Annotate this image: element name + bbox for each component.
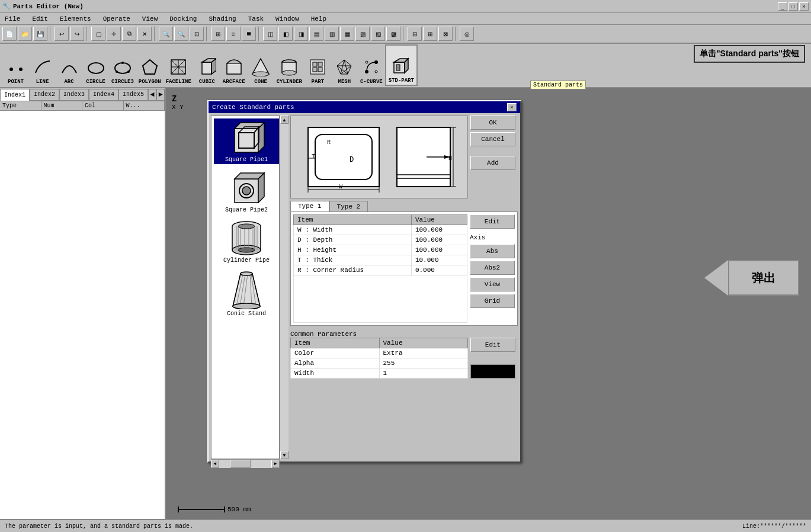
tb-btn-5[interactable]: ◧ (278, 27, 293, 41)
tb-btn-11[interactable]: ▨ (371, 27, 385, 41)
menu-help[interactable]: Help (309, 15, 329, 23)
square-pipe1-icon (226, 120, 267, 155)
tb-btn-10[interactable]: ▧ (355, 27, 370, 41)
shape-polygon[interactable]: POLYGON (136, 44, 164, 86)
grid-button[interactable]: Grid (470, 294, 515, 308)
tb-btn-4[interactable]: ◫ (263, 27, 277, 41)
tab-next[interactable]: ► (156, 89, 165, 101)
menu-operate[interactable]: Operate (101, 15, 133, 23)
color-swatch-container (470, 364, 518, 379)
tb-btn-7[interactable]: ▤ (309, 27, 323, 41)
list-item-square-pipe1[interactable]: Square Pipe1 (214, 118, 279, 164)
move-button[interactable]: ✛ (107, 27, 121, 41)
zoom-in-button[interactable]: 🔍 (159, 27, 173, 41)
dialog-close-button[interactable]: × (507, 103, 517, 111)
tab-type1[interactable]: Type 1 (290, 201, 329, 211)
shape-std-part[interactable]: STD-PART (385, 44, 418, 86)
shape-circle3[interactable]: CIRCLE3 (109, 44, 136, 86)
tb-btn-1[interactable]: ⊞ (211, 27, 225, 41)
maximize-button[interactable]: □ (788, 2, 798, 11)
redo-button[interactable]: ↪ (70, 27, 84, 41)
tb-btn-9[interactable]: ▦ (340, 27, 354, 41)
new-button[interactable]: 📄 (2, 27, 17, 41)
copy-button[interactable]: ⧉ (122, 27, 136, 41)
select-button[interactable]: ▢ (91, 27, 105, 41)
edit-params-button[interactable]: Edit (470, 214, 515, 229)
list-item-conic-stand[interactable]: Conic Stand (214, 270, 279, 318)
shape-circle[interactable]: CIRCLE (82, 44, 109, 86)
col-type: Type (0, 101, 41, 110)
arrow-container: 弹出 (704, 260, 799, 296)
tb-btn-2[interactable]: ≡ (226, 27, 241, 41)
tab-index5[interactable]: Index5 (118, 89, 148, 101)
status-right: Line:******/****** (742, 523, 806, 530)
tb-btn-14[interactable]: ⊞ (423, 27, 437, 41)
param-value: 0.000 (411, 265, 467, 275)
undo-button[interactable]: ↩ (55, 27, 69, 41)
menu-edit[interactable]: Edit (30, 15, 50, 23)
edit-button-row: Edit (470, 214, 515, 229)
tb-btn-3[interactable]: ≣ (242, 27, 256, 41)
menu-view[interactable]: View (140, 15, 160, 23)
tab-index3[interactable]: Index3 (59, 89, 89, 101)
tb-btn-13[interactable]: ⊟ (408, 27, 422, 41)
param-item: H : Height (294, 245, 412, 255)
zoom-all-button[interactable]: ⊡ (190, 27, 204, 41)
shape-arcface[interactable]: ARCFACE (220, 44, 248, 86)
title-bar-left: 🔧 Parts Editor (New) (2, 2, 84, 10)
menu-task[interactable]: Task (246, 15, 266, 23)
shape-faceline[interactable]: FACELINE (164, 44, 194, 86)
tab-prev[interactable]: ◄ (148, 89, 156, 101)
tab-type2[interactable]: Type 2 (329, 201, 368, 211)
abs-button[interactable]: Abs (470, 244, 515, 258)
tb-btn-15[interactable]: ⊠ (438, 27, 453, 41)
common-item: Width (291, 368, 380, 379)
dialog-title-bar: Create Standard parts × (209, 101, 520, 113)
abs2-button[interactable]: Abs2 (470, 261, 515, 275)
save-button[interactable]: 💾 (33, 27, 47, 41)
shape-part[interactable]: PART (304, 44, 331, 86)
dialog-body: Square Pipe1 (209, 113, 520, 462)
shape-cone[interactable]: CONE (248, 44, 274, 86)
h-scroll-right[interactable]: ► (271, 460, 280, 468)
close-button[interactable]: × (799, 2, 809, 11)
shape-cubic[interactable]: CUBIC (194, 44, 220, 86)
ok-button[interactable]: OK (470, 116, 515, 130)
tab-index4[interactable]: Index4 (89, 89, 118, 101)
svg-rect-25 (313, 68, 317, 72)
param-value: 10.000 (411, 255, 467, 265)
shape-ccurve[interactable]: C-CURVE (358, 44, 385, 86)
view-button[interactable]: View (470, 277, 515, 291)
cancel-button[interactable]: Cancel (470, 132, 515, 146)
shape-arc[interactable]: ARC (56, 44, 82, 86)
shape-cylinder[interactable]: CYLINDER (274, 44, 304, 86)
shape-point[interactable]: POINT (2, 44, 29, 86)
tb-btn-6[interactable]: ◨ (294, 27, 308, 41)
delete-button[interactable]: ✕ (137, 27, 152, 41)
zoom-out-button[interactable]: 🔍 (174, 27, 188, 41)
tab-index1[interactable]: Index1 (0, 89, 30, 101)
scroll-down-button[interactable]: ▼ (280, 451, 289, 459)
open-button[interactable]: 📁 (18, 27, 32, 41)
shape-line[interactable]: LINE (29, 44, 56, 86)
list-item-square-pipe2[interactable]: Square Pipe2 (214, 169, 279, 214)
tb-btn-16[interactable]: ◎ (460, 27, 474, 41)
menu-file[interactable]: File (2, 15, 23, 23)
minimize-button[interactable]: _ (778, 2, 787, 11)
tab-index2[interactable]: Index2 (30, 89, 59, 101)
menu-elements[interactable]: Elements (57, 15, 94, 23)
h-scroll-left[interactable]: ◄ (211, 460, 219, 468)
list-item-cylinder-pipe[interactable]: Cylinder Pipe (214, 219, 279, 265)
menu-docking[interactable]: Docking (167, 15, 199, 23)
edit-common-button[interactable]: Edit (470, 338, 515, 352)
toolbar-separator-3 (154, 27, 156, 41)
panel-header: Type Num Col W... (0, 101, 165, 111)
svg-point-36 (375, 70, 377, 73)
menu-window[interactable]: Window (273, 15, 302, 23)
tb-btn-8[interactable]: ▥ (325, 27, 339, 41)
add-button[interactable]: Add (470, 156, 515, 170)
tb-btn-12[interactable]: ▩ (386, 27, 400, 41)
scroll-up-button[interactable]: ▲ (280, 116, 289, 124)
menu-shading[interactable]: Shading (206, 15, 238, 23)
shape-mesh[interactable]: MESH (331, 44, 358, 86)
